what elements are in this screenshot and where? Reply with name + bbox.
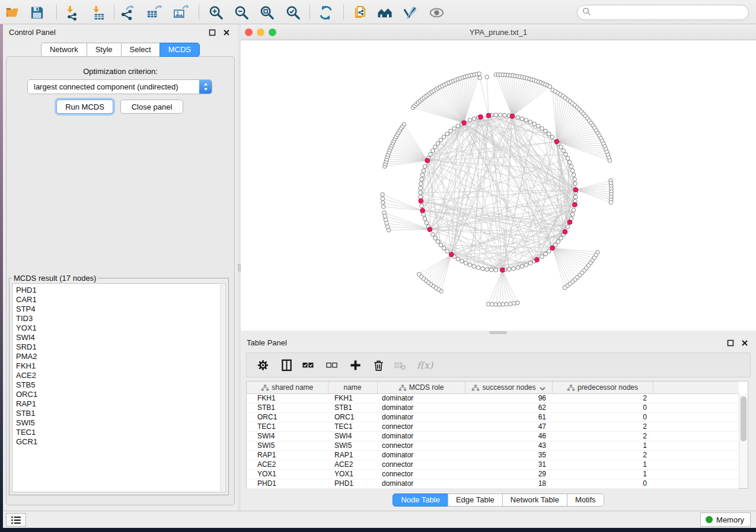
network-node[interactable] [505,302,509,306]
table-scrollbar[interactable] [739,394,748,488]
table-row[interactable]: STB1STB1dominator620 [247,403,739,412]
network-node[interactable] [445,249,449,254]
mcds-result-item[interactable]: GCR1 [12,437,225,447]
network-node[interactable] [550,135,554,139]
tab-mcds[interactable]: MCDS [160,43,200,57]
mcds-result-item[interactable]: ORC1 [12,390,225,399]
memory-button[interactable]: Memory [700,512,751,527]
network-node[interactable] [381,197,385,201]
network-node[interactable] [547,132,551,136]
import-table-button[interactable] [90,4,107,21]
mcds-hub-node[interactable] [462,120,467,125]
network-node[interactable] [540,127,544,131]
mcds-hub-node[interactable] [449,252,454,257]
mcds-result-item[interactable]: TEC1 [12,428,225,437]
mcds-hub-node[interactable] [573,188,578,193]
network-node[interactable] [423,217,427,221]
tab-select[interactable]: Select [121,43,160,57]
network-node[interactable] [425,221,429,225]
table-row[interactable]: SWI5SWI5connector431 [247,441,739,450]
mcds-hub-node[interactable] [425,158,430,163]
network-node[interactable] [383,214,387,219]
network-node[interactable] [436,240,440,244]
network-node[interactable] [468,118,472,123]
network-node[interactable] [442,246,446,251]
network-node[interactable] [442,135,446,139]
mcds-result-item[interactable]: RAP1 [12,399,225,409]
network-node[interactable] [419,182,423,186]
network-node[interactable] [464,261,468,265]
network-node[interactable] [562,149,566,153]
network-node[interactable] [536,124,540,129]
mcds-result-item[interactable]: SWI4 [12,333,225,342]
home-networks-button[interactable] [377,4,394,21]
network-node[interactable] [381,201,385,205]
network-node[interactable] [485,267,489,271]
network-node[interactable] [532,122,537,126]
table-row[interactable]: FKH1FKH1dominator962 [247,393,739,403]
horizontal-splitter[interactable] [241,331,756,335]
network-node[interactable] [419,191,423,195]
table-row[interactable]: YOX1YOX1connector291 [247,469,739,479]
column-header-predecessor-nodes[interactable]: predecessor nodes [552,382,653,393]
network-node[interactable] [445,132,449,136]
mcds-hub-node[interactable] [419,198,423,203]
network-node[interactable] [481,267,485,271]
zoom-fit-button[interactable] [259,4,276,21]
delete-column-button[interactable] [371,358,386,373]
network-node[interactable] [485,75,489,79]
mcds-hub-node[interactable] [563,229,567,234]
network-node[interactable] [402,123,406,127]
network-node[interactable] [420,173,425,177]
export-network-button[interactable] [119,4,136,21]
mcds-hub-node[interactable] [428,227,432,232]
network-from-document-button[interactable] [351,4,369,21]
network-node[interactable] [573,177,577,181]
network-node[interactable] [512,302,516,306]
mcds-result-item[interactable]: STP4 [12,305,225,314]
network-node[interactable] [436,142,440,146]
network-node[interactable] [524,263,528,267]
task-history-button[interactable] [6,513,26,527]
open-file-button[interactable] [4,4,22,21]
network-node[interactable] [572,208,576,212]
mcds-result-item[interactable]: ACE2 [12,371,225,380]
network-node[interactable] [420,204,424,208]
tab-style[interactable]: Style [87,43,122,57]
add-column-button[interactable] [347,358,363,373]
network-node[interactable] [433,145,438,149]
table-row[interactable]: TEC1TEC1connector472 [247,422,739,431]
run-mcds-button[interactable]: Run MCDS [56,100,113,114]
network-node[interactable] [547,249,551,254]
network-node[interactable] [507,267,511,271]
mcds-result-item[interactable]: TID3 [12,314,225,323]
network-node[interactable] [472,117,476,121]
float-panel-icon[interactable] [725,338,736,348]
export-image-button[interactable] [172,4,190,21]
mcds-result-item[interactable]: SWI5 [12,418,225,428]
network-node[interactable] [563,286,567,290]
network-node[interactable] [497,303,502,307]
column-header-MCDS-role[interactable]: MCDS role [377,382,465,393]
network-node[interactable] [439,243,443,247]
zoom-out-button[interactable] [233,4,251,21]
mcds-hub-node[interactable] [573,203,578,207]
mcds-result-item[interactable]: SRD1 [12,342,225,352]
network-node[interactable] [516,116,520,120]
select-all-columns-button[interactable] [300,358,315,373]
network-node[interactable] [570,169,575,173]
table-row[interactable]: ACE2ACE2connector311 [247,460,739,469]
mcds-hub-node[interactable] [567,220,572,225]
network-node[interactable] [544,252,548,256]
zoom-in-button[interactable] [208,4,225,21]
network-node[interactable] [520,117,524,121]
network-node[interactable] [516,265,520,270]
tab-network-table[interactable]: Network Table [502,493,567,507]
network-node[interactable] [520,264,524,268]
network-node[interactable] [559,236,563,241]
tab-node-table[interactable]: Node Table [393,493,448,507]
network-node[interactable] [494,303,498,307]
network-node[interactable] [472,264,476,268]
mcds-result-item[interactable]: STB1 [12,409,225,418]
network-node[interactable] [422,169,426,173]
